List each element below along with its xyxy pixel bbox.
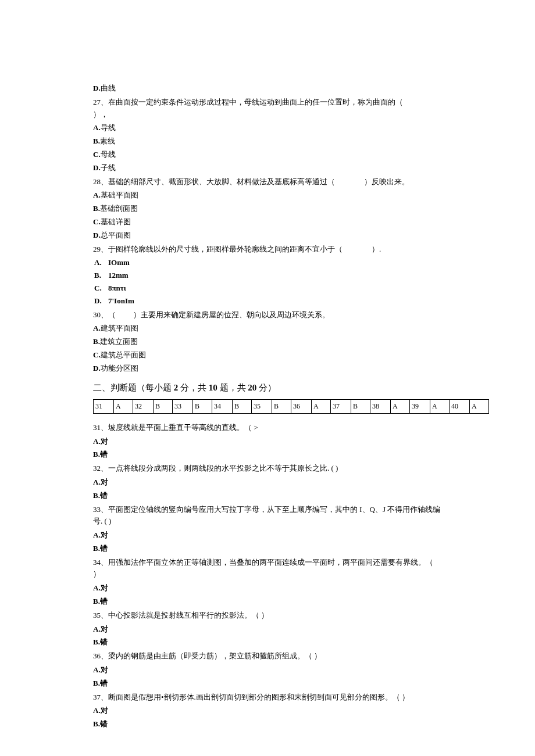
ans-num: 39 <box>410 399 430 413</box>
q32-option-b: B.错 <box>93 490 442 502</box>
q27-option-a: A.导线 <box>93 122 442 134</box>
q30-stem-pre: 30、（ <box>93 310 116 319</box>
q28-option-c: C.基础详图 <box>93 216 442 228</box>
option-text: B.错 <box>93 450 108 458</box>
ans-val: B <box>233 399 252 413</box>
option-text: 建筑平面图 <box>101 324 138 332</box>
option-letter: A. <box>94 257 108 269</box>
q29-option-a: A.IOmm <box>93 257 442 269</box>
q30-option-b: B.建筑立面图 <box>93 336 442 348</box>
option-text: A.对 <box>93 665 108 674</box>
option-text: 素线 <box>100 137 115 145</box>
option-letter: A. <box>93 324 101 332</box>
q32-option-a: Λ.对 <box>93 476 442 489</box>
option-letter: D. <box>93 84 101 92</box>
q31-stem: 31、坡度线就是平面上垂直干等高线的直线。（ > <box>93 422 442 434</box>
option-text: 建筑立面图 <box>100 337 138 346</box>
option-text: Λ.对 <box>93 478 108 486</box>
ans-val: B <box>154 399 173 413</box>
q30-option-a: A.建筑平面图 <box>93 323 442 335</box>
q33-stem: 33、平面图定位轴线的竖向编号应用大写拉丁字母，从下至上顺序编写，其中的 I、Q… <box>93 504 442 528</box>
q37-option-a: A.对 <box>93 705 442 717</box>
option-letter: D. <box>94 295 108 307</box>
option-text: IOmm <box>108 258 130 267</box>
option-text: 总平面图 <box>101 231 131 239</box>
q33-option-a: A.对 <box>93 529 442 542</box>
q30-stem-post: ）主要用来确定新建房屋的位涅、朝向以及周边环境关系。 <box>133 310 330 319</box>
ans-num: 35 <box>252 399 272 413</box>
ans-num: 38 <box>370 399 391 413</box>
section2-title: 二、判断题（每小题 2 分，共 10 题，共 20 分） <box>93 381 442 395</box>
option-text: 8πnτι <box>108 284 126 292</box>
q29-stem-pre: 29、于图样轮廓线以外的尺寸线，距图样最外轮廓线之间的距离不宜小于（ <box>93 245 343 253</box>
q37-stem: 37、断面图是假想用•剖切形体.画出剖切面切到部分的图形和末剖切到面可见部分的图… <box>93 691 442 704</box>
option-letter: B. <box>93 337 100 346</box>
q27-stem-post: ）， <box>93 110 108 119</box>
q36-option-a: A.对 <box>93 664 442 676</box>
option-text: A.对 <box>93 625 108 633</box>
section2-post: 分） <box>256 383 276 392</box>
option-letter: A. <box>93 123 101 132</box>
option-text: B.错 <box>93 491 108 500</box>
q27-stem-pre: 27、在曲面按一定约束条件运动形成过程中，母线运动到曲面上的任一位置时，称为曲面… <box>93 98 403 106</box>
ans-val: A <box>391 399 410 413</box>
q30-option-c: C.建筑总平面图 <box>93 349 442 361</box>
option-text: B.错 <box>93 544 108 553</box>
q35-option-b: B.错 <box>93 636 442 648</box>
option-letter: B. <box>94 270 108 282</box>
q27-option-c: C.母线 <box>93 149 442 161</box>
q29-stem-post: ）. <box>372 245 381 253</box>
option-text: A.对 <box>93 706 108 715</box>
option-letter: C. <box>93 150 101 159</box>
q28-stem-pre: 28、基础的细部尺寸、截面形状、大放脚、材料做法及基底标高等通过（ <box>93 177 335 186</box>
option-text: A.对 <box>93 583 108 592</box>
option-letter: C. <box>94 282 108 295</box>
q29-stem: 29、于图样轮廓线以外的尺寸线，距图样最外轮廓线之间的距离不宜小于（）. <box>93 243 442 256</box>
option-text: 基础平面图 <box>101 191 138 199</box>
option-text: B.错 <box>93 597 108 605</box>
ans-num: 32 <box>133 399 154 413</box>
answers-table: 31 A 32 B 33 B 34 B 35 B 36 A 37 B 38 A … <box>93 399 489 414</box>
ans-num: 31 <box>94 399 114 413</box>
q34-option-a: A.对 <box>93 582 442 594</box>
ans-num: 33 <box>173 399 193 413</box>
option-text: 7'IonIm <box>108 296 134 305</box>
ans-val: A <box>430 399 450 413</box>
q29-option-b: B.12mm <box>93 270 442 282</box>
ans-val: A <box>470 399 489 413</box>
option-text: 子线 <box>101 163 116 172</box>
section2-twenty: 20 <box>248 383 256 392</box>
section2-mid2: 题，共 <box>217 383 248 392</box>
option-letter: C. <box>93 350 101 359</box>
ans-num: 37 <box>331 399 351 413</box>
option-text: 基础详图 <box>101 217 131 226</box>
option-text: A.对 <box>93 437 108 446</box>
q29-option-c: C.8πnτι <box>93 282 442 295</box>
option-text: 母线 <box>101 150 116 159</box>
q28-option-b: B.基础剖面图 <box>93 203 442 215</box>
q27-option-d: D.子线 <box>93 162 442 174</box>
ans-val: A <box>114 399 133 413</box>
option-text: 建筑总平面图 <box>101 350 146 359</box>
ans-num: 34 <box>212 399 233 413</box>
q35-option-a: A.对 <box>93 624 442 636</box>
q28-stem-post: ）反映出来。 <box>364 177 409 186</box>
section2-pre: 二、判断题（每小题 <box>93 383 174 392</box>
ans-val: A <box>312 399 331 413</box>
q31-option-b: B.错 <box>93 449 442 461</box>
ans-val: B <box>272 399 291 413</box>
q26-option-d: D.曲线 <box>93 83 442 95</box>
q27-stem: 27、在曲面按一定约束条件运动形成过程中，母线运动到曲面上的任一位置时，称为曲面… <box>93 96 442 121</box>
option-text: B.错 <box>93 637 108 646</box>
option-letter: D. <box>93 364 101 372</box>
option-letter: A. <box>93 191 101 199</box>
option-text: 基础剖面图 <box>100 204 138 213</box>
option-text: B.错 <box>93 719 108 728</box>
option-letter: D. <box>93 231 101 239</box>
section2-ten: 10 <box>209 383 217 392</box>
option-text: 导线 <box>101 123 116 132</box>
ans-num: 36 <box>291 399 312 413</box>
q27-option-b: B.素线 <box>93 135 442 148</box>
option-text: B.错 <box>93 679 108 687</box>
ans-val: B <box>193 399 212 413</box>
